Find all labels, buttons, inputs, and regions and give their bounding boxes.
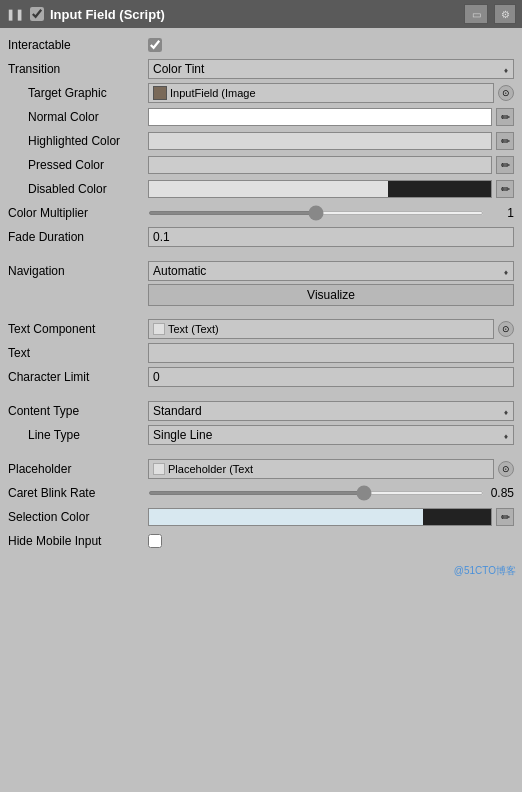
text-component-field[interactable]: Text (Text) (148, 319, 494, 339)
fade-duration-control (148, 227, 514, 247)
normal-color-row: Normal Color ✏ (8, 106, 514, 128)
disabled-color-swatch[interactable] (148, 180, 492, 198)
character-limit-label: Character Limit (8, 370, 148, 384)
selection-color-control: ✏ (148, 508, 514, 526)
pressed-color-picker: ✏ (148, 156, 514, 174)
line-type-dropdown[interactable]: Single Line ⬧ (148, 425, 514, 445)
normal-color-swatch[interactable] (148, 108, 492, 126)
highlighted-color-swatch[interactable] (148, 132, 492, 150)
disabled-color-row: Disabled Color ✏ (8, 178, 514, 200)
selection-color-swatch[interactable] (148, 508, 492, 526)
section-gap-1 (8, 250, 514, 260)
color-multiplier-label: Color Multiplier (8, 206, 148, 220)
transition-dropdown[interactable]: Color Tint ⬧ (148, 59, 514, 79)
placeholder-value: Placeholder (Text (168, 463, 253, 475)
interactable-label: Interactable (8, 38, 148, 52)
navigation-value: Automatic (153, 264, 206, 278)
placeholder-field[interactable]: Placeholder (Text (148, 459, 494, 479)
caret-blink-rate-value: 0.85 (490, 486, 514, 500)
content-type-control: Standard ⬧ (148, 401, 514, 421)
pressed-color-swatch[interactable] (148, 156, 492, 174)
normal-color-control: ✏ (148, 108, 514, 126)
chevron-down-icon: ⬧ (503, 64, 509, 75)
section-gap-4 (8, 448, 514, 458)
selection-color-row: Selection Color ✏ (8, 506, 514, 528)
disabled-color-label: Disabled Color (8, 182, 148, 196)
color-multiplier-control: 1 (148, 206, 514, 220)
content-type-dropdown[interactable]: Standard ⬧ (148, 401, 514, 421)
highlighted-color-label: Highlighted Color (8, 134, 148, 148)
text-component-picker[interactable]: ⊙ (498, 321, 514, 337)
settings-button[interactable]: ⚙ (494, 4, 516, 24)
text-component-label: Text Component (8, 322, 148, 336)
pressed-color-control: ✏ (148, 156, 514, 174)
inspector-panel: ❚❚ Input Field (Script) ▭ ⚙ Interactable… (0, 0, 522, 582)
target-graphic-value: InputField (Image (170, 87, 256, 99)
caret-blink-rate-slider[interactable] (148, 491, 484, 495)
selection-color-label: Selection Color (8, 510, 148, 524)
selection-color-dropper[interactable]: ✏ (496, 508, 514, 526)
transition-label: Transition (8, 62, 148, 76)
text-input[interactable] (148, 343, 514, 363)
target-graphic-picker[interactable]: ⊙ (498, 85, 514, 101)
hide-mobile-input-label: Hide Mobile Input (8, 534, 148, 548)
component-icon: ▭ (472, 9, 481, 20)
caret-blink-rate-slider-container: 0.85 (148, 486, 514, 500)
chevron-down-icon: ⬧ (503, 406, 509, 417)
color-multiplier-slider[interactable] (148, 211, 484, 215)
pressed-color-row: Pressed Color ✏ (8, 154, 514, 176)
line-type-label: Line Type (8, 428, 148, 442)
selection-color-picker: ✏ (148, 508, 514, 526)
component-title: Input Field (Script) (50, 7, 458, 22)
navigation-dropdown[interactable]: Automatic ⬧ (148, 261, 514, 281)
target-graphic-row: Target Graphic InputField (Image ⊙ (8, 82, 514, 104)
watermark: @51CTO博客 (0, 560, 522, 582)
interactable-checkbox[interactable] (148, 38, 162, 52)
text-label: Text (8, 346, 148, 360)
placeholder-object-icon (153, 463, 165, 475)
placeholder-label: Placeholder (8, 462, 148, 476)
target-graphic-field[interactable]: InputField (Image (148, 83, 494, 103)
visualize-control: Visualize (148, 284, 514, 306)
line-type-control: Single Line ⬧ (148, 425, 514, 445)
disabled-color-picker: ✏ (148, 180, 514, 198)
caret-blink-rate-label: Caret Blink Rate (8, 486, 148, 500)
content-type-value: Standard (153, 404, 202, 418)
highlighted-color-row: Highlighted Color ✏ (8, 130, 514, 152)
color-multiplier-value: 1 (490, 206, 514, 220)
section-gap-2 (8, 308, 514, 318)
hide-mobile-input-checkbox[interactable] (148, 534, 162, 548)
character-limit-input[interactable] (148, 367, 514, 387)
transition-control: Color Tint ⬧ (148, 59, 514, 79)
normal-color-picker: ✏ (148, 108, 514, 126)
chevron-down-icon: ⬧ (503, 266, 509, 277)
inspector-header: ❚❚ Input Field (Script) ▭ ⚙ (0, 0, 522, 28)
highlighted-color-picker: ✏ (148, 132, 514, 150)
text-component-control: Text (Text) ⊙ (148, 319, 514, 339)
navigation-label: Navigation (8, 264, 148, 278)
color-multiplier-row: Color Multiplier 1 (8, 202, 514, 224)
color-multiplier-slider-container: 1 (148, 206, 514, 220)
chevron-down-icon: ⬧ (503, 430, 509, 441)
fade-duration-input[interactable] (148, 227, 514, 247)
fade-duration-label: Fade Duration (8, 230, 148, 244)
inspector-content: Interactable Transition Color Tint ⬧ Tar… (0, 28, 522, 560)
disabled-color-dropper[interactable]: ✏ (496, 180, 514, 198)
hide-mobile-input-control (148, 534, 514, 548)
text-row: Text (8, 342, 514, 364)
caret-blink-rate-row: Caret Blink Rate 0.85 (8, 482, 514, 504)
caret-blink-rate-control: 0.85 (148, 486, 514, 500)
visualize-button[interactable]: Visualize (148, 284, 514, 306)
component-menu-button[interactable]: ▭ (464, 4, 488, 24)
component-enabled-checkbox[interactable] (30, 7, 44, 21)
section-gap-3 (8, 390, 514, 400)
placeholder-picker[interactable]: ⊙ (498, 461, 514, 477)
visualize-row: Visualize (8, 284, 514, 306)
text-control (148, 343, 514, 363)
normal-color-dropper[interactable]: ✏ (496, 108, 514, 126)
highlighted-color-dropper[interactable]: ✏ (496, 132, 514, 150)
normal-color-label: Normal Color (8, 110, 148, 124)
navigation-row: Navigation Automatic ⬧ (8, 260, 514, 282)
navigation-control: Automatic ⬧ (148, 261, 514, 281)
pressed-color-dropper[interactable]: ✏ (496, 156, 514, 174)
